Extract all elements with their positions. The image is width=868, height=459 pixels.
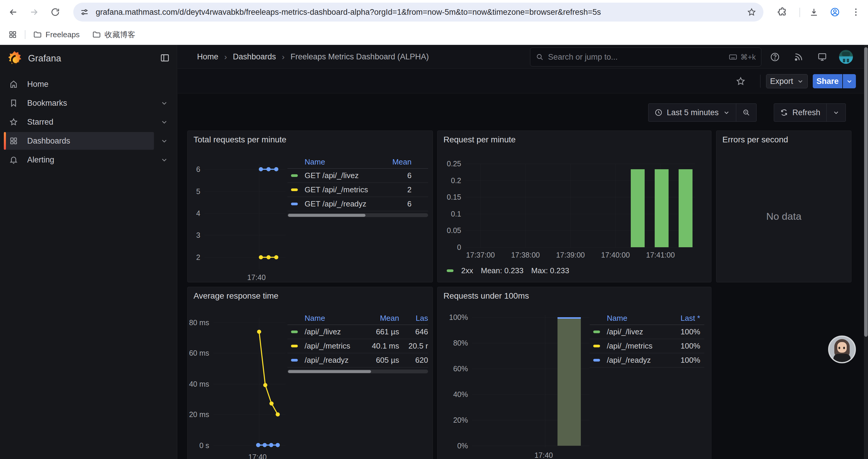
legend-col-mean[interactable]: Mean xyxy=(390,157,428,167)
legend-scrollbar[interactable] xyxy=(287,369,428,373)
panel-title[interactable]: Request per minute xyxy=(443,135,516,144)
legend-row[interactable]: /api/_/metrics 40.1 ms 20.5 r xyxy=(287,339,428,353)
grafana-logo-icon[interactable] xyxy=(8,51,21,65)
search-input[interactable]: Search or jump to... ⌘+k xyxy=(530,47,761,66)
keyboard-icon xyxy=(728,53,737,61)
legend-row[interactable]: /api/_/readyz 100% xyxy=(590,353,704,367)
chart-total-requests[interactable]: 6543217:40 xyxy=(205,164,286,270)
panel-title[interactable]: Average response time xyxy=(193,291,278,301)
downloads-icon[interactable] xyxy=(808,6,820,18)
refresh-label: Refresh xyxy=(793,108,820,117)
ylabel: 60 ms xyxy=(189,349,209,357)
export-button[interactable]: Export xyxy=(766,74,808,88)
breadcrumb-separator: › xyxy=(224,52,227,62)
bookmark-star-icon[interactable] xyxy=(747,7,756,17)
chart-request-per-minute[interactable]: 0.250.20.150.10.05017:37:0017:38:0017:39… xyxy=(465,164,695,247)
share-button[interactable]: Share xyxy=(813,74,842,88)
panel-title[interactable]: Errors per second xyxy=(722,135,788,144)
panel-title[interactable]: Requests under 100ms xyxy=(443,291,529,301)
legend-col-name[interactable]: Name xyxy=(301,157,390,167)
chart-average-response-time[interactable]: 80 ms60 ms40 ms20 ms0 s17:40 xyxy=(213,318,286,449)
share-dropdown-button[interactable] xyxy=(843,74,856,88)
help-icon[interactable] xyxy=(770,52,780,62)
folder-icon xyxy=(33,30,42,39)
monitor-icon[interactable] xyxy=(817,52,827,62)
legend-scrollbar[interactable] xyxy=(287,213,428,217)
legend-header: Name Mean Las xyxy=(287,312,428,325)
sidebar-collapse-icon[interactable] xyxy=(160,53,170,63)
scrollbar-thumb[interactable] xyxy=(864,47,868,337)
breadcrumb-dashboards[interactable]: Dashboards xyxy=(233,52,276,61)
browser-menu-icon[interactable] xyxy=(850,6,862,18)
legend-col-last[interactable]: Last * xyxy=(668,314,704,323)
legend-header: Name Mean xyxy=(287,156,428,169)
ylabel: 80 ms xyxy=(189,318,209,327)
chart-requests-under-100ms[interactable]: 100%80%60%40%20%0%17:40 xyxy=(472,315,589,448)
legend-col-last[interactable]: Las xyxy=(403,314,428,323)
scrollbar-thumb[interactable] xyxy=(288,370,371,373)
favorite-star-icon[interactable] xyxy=(734,75,747,88)
apps-grid-icon[interactable] xyxy=(8,28,17,41)
chevron-down-icon xyxy=(846,78,853,85)
sidebar-item-home[interactable]: Home xyxy=(0,75,177,94)
legend-row[interactable]: /api/_/livez 661 µs 646 xyxy=(287,325,428,339)
browser-reload-icon[interactable] xyxy=(49,6,61,18)
sidebar-header: Grafana xyxy=(0,45,177,71)
panel-average-response-time: Average response time 80 ms60 ms40 ms20 … xyxy=(187,287,433,459)
bookmark-folder-freeleaps[interactable]: Freeleaps xyxy=(33,28,80,41)
sidebar-item-starred[interactable]: Starred xyxy=(0,112,177,131)
floating-assistant-avatar[interactable] xyxy=(828,335,856,363)
time-range-picker[interactable]: Last 5 minutes xyxy=(649,104,736,121)
refresh-interval-dropdown[interactable] xyxy=(826,104,845,121)
browser-forward-icon[interactable] xyxy=(28,6,40,18)
url-text[interactable]: grafana.mathmast.com/d/deytv4rwavabkb/fr… xyxy=(96,8,747,17)
home-icon xyxy=(9,80,18,89)
bookmark-folder-blogs[interactable]: 收藏博客 xyxy=(92,28,135,41)
zoom-out-button[interactable] xyxy=(736,104,756,121)
extensions-icon[interactable] xyxy=(776,6,788,18)
legend-series-name[interactable]: 2xx xyxy=(461,266,473,275)
scrollbar-thumb[interactable] xyxy=(288,214,366,217)
refresh-button[interactable]: Refresh xyxy=(774,104,826,121)
ylabel: 80% xyxy=(453,338,468,347)
clock-icon xyxy=(654,108,663,117)
page-scrollbar[interactable] xyxy=(864,45,868,459)
refresh-controls: Refresh xyxy=(774,103,846,122)
xlabel: 17:40 xyxy=(247,273,266,282)
site-settings-icon[interactable] xyxy=(80,7,89,17)
ylabel: 0.15 xyxy=(447,193,461,201)
sidebar-item-alerting[interactable]: Alerting xyxy=(0,150,177,169)
browser-back-icon[interactable] xyxy=(7,6,20,18)
bookmark-folder-label: Freeleaps xyxy=(45,30,80,39)
url-bar[interactable]: grafana.mathmast.com/d/deytv4rwavabkb/fr… xyxy=(73,3,764,22)
chevron-down-icon xyxy=(833,109,840,116)
legend-col-name[interactable]: Name xyxy=(301,314,363,323)
breadcrumb-home[interactable]: Home xyxy=(197,52,218,61)
panel-title[interactable]: Total requests per minute xyxy=(193,135,286,144)
bell-icon xyxy=(9,155,18,164)
legend-col-name[interactable]: Name xyxy=(603,314,668,323)
chevron-down-icon[interactable] xyxy=(160,118,168,126)
legend-col-mean[interactable]: Mean xyxy=(363,314,403,323)
profile-icon[interactable] xyxy=(829,6,841,18)
user-avatar[interactable] xyxy=(839,50,853,64)
gridline-v xyxy=(526,164,526,247)
legend-row[interactable]: /api/_/livez 100% xyxy=(590,325,704,339)
legend-row[interactable]: GET /api/_/livez 6 xyxy=(287,169,428,183)
series-swatch xyxy=(291,203,298,205)
chevron-down-icon[interactable] xyxy=(160,156,168,164)
legend-row[interactable]: /api/_/readyz 605 µs 620 xyxy=(287,353,428,367)
chevron-down-icon[interactable] xyxy=(160,137,168,145)
news-rss-icon[interactable] xyxy=(794,52,804,62)
sidebar-item-bookmarks[interactable]: Bookmarks xyxy=(0,94,177,112)
search-shortcut: ⌘+k xyxy=(728,53,756,61)
ylabel: 0.2 xyxy=(451,176,461,185)
chevron-down-icon[interactable] xyxy=(160,99,168,107)
legend-row[interactable]: GET /api/_/readyz 6 xyxy=(287,197,428,211)
sidebar-item-dashboards[interactable]: Dashboards xyxy=(0,131,177,150)
toolbar-divider xyxy=(800,8,800,17)
legend-row[interactable]: /api/_/metrics 100% xyxy=(590,339,704,353)
panel-request-per-minute: Request per minute 0.250.20.150.10.05017… xyxy=(437,131,711,282)
legend-row[interactable]: GET /api/_/metrics 2 xyxy=(287,183,428,197)
breadcrumb-separator: › xyxy=(282,52,284,62)
